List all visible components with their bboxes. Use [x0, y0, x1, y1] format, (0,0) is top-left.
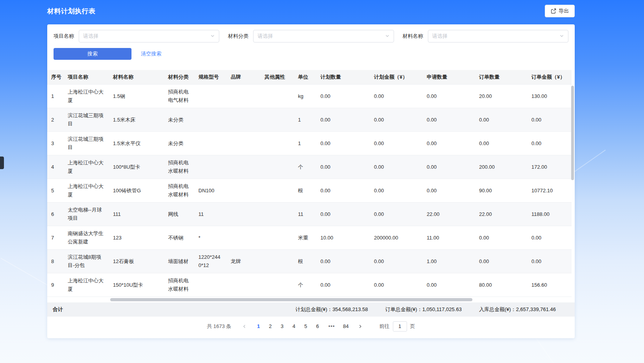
table-cell: [227, 108, 261, 131]
table-cell: 10.00: [316, 226, 370, 249]
pagination-page-last[interactable]: 84: [341, 321, 351, 332]
table-cell: [227, 155, 261, 179]
table-row[interactable]: 3滨江花城三期项目1.5米水平仪未分类10.000.000.000.000.00: [47, 131, 572, 155]
table-cell: 6: [47, 202, 64, 226]
table-row[interactable]: 6太空电梯--月球项目111网线11110.000.0022.0022.0011…: [47, 202, 572, 226]
table-cell: 0.00: [423, 131, 475, 155]
table-cell: 网线: [164, 202, 194, 226]
pagination-page-6[interactable]: 6: [313, 321, 323, 332]
chevron-down-icon: [559, 33, 564, 40]
table-row[interactable]: 5上海松江中心大厦100铸铁管G招商机电水暖材料DN100根0.000.000.…: [47, 179, 572, 202]
table-cell: 1: [47, 84, 64, 108]
table-cell: 上海松江中心大厦: [64, 155, 109, 179]
table-cell: 0.00: [370, 273, 423, 297]
table-cell: 根: [294, 179, 316, 202]
table-cell: 0.00: [423, 108, 475, 131]
table-cell: 22.00: [423, 202, 475, 226]
main-panel: 项目名称 请选择 材料分类 请选择 材料名称 请选择: [47, 24, 575, 338]
table-cell: 0.00: [316, 179, 370, 202]
table-cell: 上海松江中心大厦: [64, 273, 109, 297]
project-select-placeholder: 请选择: [83, 33, 98, 40]
column-header-4: 规格型号: [194, 70, 227, 84]
table-cell: [227, 179, 261, 202]
table-cell: 0.00: [475, 226, 527, 249]
table-cell: [194, 108, 227, 131]
table-row[interactable]: 7南钢盛达大学生公寓新建123不锈钢*米重10.00200000.0011.00…: [47, 226, 572, 249]
drawer-handle[interactable]: [0, 157, 4, 169]
column-header-2: 材料名称: [109, 70, 164, 84]
export-button[interactable]: 导出: [545, 5, 575, 17]
table-cell: 130.00: [527, 84, 572, 108]
table-cell: 招商机电电气材料: [164, 84, 194, 108]
pagination-page-1[interactable]: 1: [254, 321, 264, 332]
table-cell: 3: [47, 131, 64, 155]
table-cell: 100铸铁管G: [109, 179, 164, 202]
pagination-goto-input[interactable]: [393, 321, 407, 332]
table-cell: kg: [294, 84, 316, 108]
table-cell: 0.00: [527, 249, 572, 273]
table-cell: 22.00: [475, 202, 527, 226]
table-cell: 80.00: [475, 273, 527, 297]
table-cell: 未分类: [164, 131, 194, 155]
table-cell: 0.00: [370, 179, 423, 202]
table-cell: [261, 179, 294, 202]
table-cell: 0.00: [316, 131, 370, 155]
column-header-0: 序号: [47, 70, 64, 84]
project-select[interactable]: 请选择: [79, 30, 219, 42]
table-cell: 招商机电水暖材料: [164, 273, 194, 297]
table-cell: 0.00: [370, 84, 423, 108]
table-row[interactable]: 4上海松江中心大厦100*8U型卡招商机电水暖材料个0.000.000.0020…: [47, 155, 572, 179]
table-cell: 0.00: [527, 108, 572, 131]
chevron-down-icon: [385, 33, 390, 40]
table-cell: 4: [47, 155, 64, 179]
table-cell: 0.00: [370, 131, 423, 155]
table-cell: 招商机电水暖材料: [164, 179, 194, 202]
table-cell: 上海松江中心大厦: [64, 84, 109, 108]
table-cell: 1188.00: [527, 202, 572, 226]
page-title: 材料计划执行表: [47, 7, 96, 16]
table-cell: 龙牌: [227, 249, 261, 273]
material-category-select[interactable]: 请选择: [253, 30, 394, 42]
horizontal-scrollbar[interactable]: [110, 298, 472, 301]
table-row[interactable]: 9上海松江中心大厦150*10U型卡招商机电水暖材料个0.000.000.008…: [47, 273, 572, 297]
material-category-select-placeholder: 请选择: [257, 33, 273, 40]
pagination-page-5[interactable]: 5: [301, 321, 311, 332]
table-cell: 0.00: [423, 179, 475, 202]
table-cell: 11.00: [423, 226, 475, 249]
table-cell: 1.5钢: [109, 84, 164, 108]
pagination-prev-button[interactable]: [239, 321, 250, 332]
table-cell: 9: [47, 273, 64, 297]
table-cell: 0.00: [370, 249, 423, 273]
table-cell: [227, 273, 261, 297]
table-cell: 0.00: [423, 273, 475, 297]
table-header-row: 序号项目名称材料名称材料分类规格型号品牌其他属性单位计划数量计划金额（¥）申请数…: [47, 70, 572, 84]
column-header-5: 品牌: [227, 70, 261, 84]
material-name-select[interactable]: 请选择: [428, 30, 568, 42]
pagination-next-button[interactable]: [355, 321, 365, 332]
table-row[interactable]: 2滨江花城三期项目1.5米木床未分类10.000.000.000.000.00: [47, 108, 572, 131]
table-cell: 20.00: [475, 84, 527, 108]
search-button[interactable]: 搜索: [54, 48, 131, 60]
table-cell: [261, 84, 294, 108]
material-category-label: 材料分类: [228, 33, 248, 40]
table-cell: 0.00: [475, 131, 527, 155]
pagination-page-4[interactable]: 4: [289, 321, 299, 332]
table-cell: 200.00: [475, 155, 527, 179]
pagination-ellipsis[interactable]: •••: [327, 323, 337, 329]
clear-search-link[interactable]: 清空搜索: [141, 50, 161, 57]
table-row[interactable]: 1上海松江中心大厦1.5钢招商机电电气材料kg0.000.000.0020.00…: [47, 84, 572, 108]
table-cell: 1.5米水平仪: [109, 131, 164, 155]
project-name-label: 项目名称: [54, 33, 74, 40]
table-cell: 米重: [294, 226, 316, 249]
table-cell: 太空电梯--月球项目: [64, 202, 109, 226]
table-cell: [194, 155, 227, 179]
vertical-scrollbar[interactable]: [571, 86, 574, 180]
table-cell: [194, 273, 227, 297]
table-cell: 90.00: [475, 179, 527, 202]
table-cell: 1.00: [423, 249, 475, 273]
table-cell: 0.00: [316, 273, 370, 297]
table-row[interactable]: 8滨江花城8期项目-分包12石膏板墙面辅材1220*2440*12龙牌根0.00…: [47, 249, 572, 273]
table-cell: 0.00: [527, 131, 572, 155]
pagination-page-2[interactable]: 2: [265, 321, 276, 332]
pagination-page-3[interactable]: 3: [277, 321, 287, 332]
